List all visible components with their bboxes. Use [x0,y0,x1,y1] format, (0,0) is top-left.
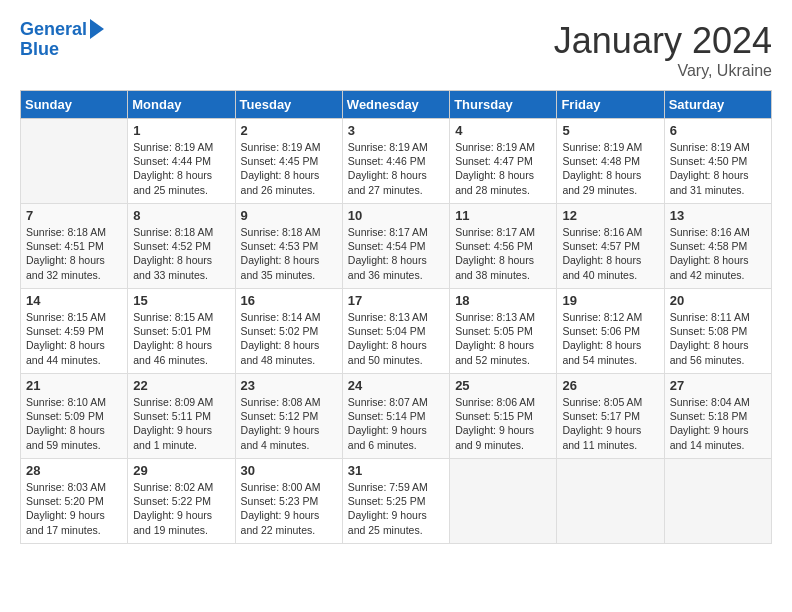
weekday-header: Saturday [664,91,771,119]
weekday-header: Friday [557,91,664,119]
day-number: 31 [348,463,444,478]
sunrise-label: Sunrise: 8:08 AM [241,396,321,408]
daylight-label: Daylight: 9 hours and 11 minutes. [562,424,641,450]
day-info: Sunrise: 8:13 AM Sunset: 5:04 PM Dayligh… [348,310,444,367]
sunrise-label: Sunrise: 8:19 AM [670,141,750,153]
sunset-label: Sunset: 4:59 PM [26,325,104,337]
daylight-label: Daylight: 9 hours and 22 minutes. [241,509,320,535]
logo-text: General [20,20,87,40]
day-info: Sunrise: 8:13 AM Sunset: 5:05 PM Dayligh… [455,310,551,367]
sunrise-label: Sunrise: 8:16 AM [562,226,642,238]
location: Vary, Ukraine [554,62,772,80]
sunset-label: Sunset: 5:20 PM [26,495,104,507]
sunset-label: Sunset: 5:01 PM [133,325,211,337]
calendar-table: SundayMondayTuesdayWednesdayThursdayFrid… [20,90,772,544]
calendar-week-row: 21 Sunrise: 8:10 AM Sunset: 5:09 PM Dayl… [21,374,772,459]
sunrise-label: Sunrise: 8:19 AM [241,141,321,153]
daylight-label: Daylight: 8 hours and 56 minutes. [670,339,749,365]
daylight-label: Daylight: 9 hours and 4 minutes. [241,424,320,450]
day-info: Sunrise: 8:10 AM Sunset: 5:09 PM Dayligh… [26,395,122,452]
day-info: Sunrise: 8:18 AM Sunset: 4:53 PM Dayligh… [241,225,337,282]
sunrise-label: Sunrise: 8:17 AM [348,226,428,238]
calendar-cell: 19 Sunrise: 8:12 AM Sunset: 5:06 PM Dayl… [557,289,664,374]
day-number: 10 [348,208,444,223]
daylight-label: Daylight: 8 hours and 36 minutes. [348,254,427,280]
calendar-cell: 3 Sunrise: 8:19 AM Sunset: 4:46 PM Dayli… [342,119,449,204]
calendar-cell: 25 Sunrise: 8:06 AM Sunset: 5:15 PM Dayl… [450,374,557,459]
sunrise-label: Sunrise: 8:18 AM [26,226,106,238]
day-info: Sunrise: 8:17 AM Sunset: 4:54 PM Dayligh… [348,225,444,282]
day-info: Sunrise: 8:15 AM Sunset: 5:01 PM Dayligh… [133,310,229,367]
day-number: 4 [455,123,551,138]
calendar-cell: 10 Sunrise: 8:17 AM Sunset: 4:54 PM Dayl… [342,204,449,289]
sunset-label: Sunset: 4:50 PM [670,155,748,167]
sunset-label: Sunset: 4:44 PM [133,155,211,167]
daylight-label: Daylight: 9 hours and 25 minutes. [348,509,427,535]
day-info: Sunrise: 8:04 AM Sunset: 5:18 PM Dayligh… [670,395,766,452]
daylight-label: Daylight: 9 hours and 1 minute. [133,424,212,450]
calendar-week-row: 7 Sunrise: 8:18 AM Sunset: 4:51 PM Dayli… [21,204,772,289]
daylight-label: Daylight: 8 hours and 35 minutes. [241,254,320,280]
sunset-label: Sunset: 5:22 PM [133,495,211,507]
daylight-label: Daylight: 9 hours and 19 minutes. [133,509,212,535]
sunrise-label: Sunrise: 8:04 AM [670,396,750,408]
sunset-label: Sunset: 4:48 PM [562,155,640,167]
sunset-label: Sunset: 4:58 PM [670,240,748,252]
sunset-label: Sunset: 4:54 PM [348,240,426,252]
daylight-label: Daylight: 8 hours and 38 minutes. [455,254,534,280]
sunrise-label: Sunrise: 8:03 AM [26,481,106,493]
daylight-label: Daylight: 8 hours and 26 minutes. [241,169,320,195]
sunset-label: Sunset: 5:09 PM [26,410,104,422]
day-number: 17 [348,293,444,308]
sunrise-label: Sunrise: 8:11 AM [670,311,750,323]
day-info: Sunrise: 8:09 AM Sunset: 5:11 PM Dayligh… [133,395,229,452]
sunrise-label: Sunrise: 8:05 AM [562,396,642,408]
sunrise-label: Sunrise: 8:16 AM [670,226,750,238]
day-info: Sunrise: 8:05 AM Sunset: 5:17 PM Dayligh… [562,395,658,452]
calendar-cell: 21 Sunrise: 8:10 AM Sunset: 5:09 PM Dayl… [21,374,128,459]
weekday-header: Thursday [450,91,557,119]
month-title: January 2024 [554,20,772,62]
weekday-header: Sunday [21,91,128,119]
day-number: 5 [562,123,658,138]
daylight-label: Daylight: 9 hours and 9 minutes. [455,424,534,450]
day-number: 1 [133,123,229,138]
day-info: Sunrise: 8:12 AM Sunset: 5:06 PM Dayligh… [562,310,658,367]
calendar-cell: 24 Sunrise: 8:07 AM Sunset: 5:14 PM Dayl… [342,374,449,459]
day-info: Sunrise: 8:19 AM Sunset: 4:48 PM Dayligh… [562,140,658,197]
day-info: Sunrise: 8:18 AM Sunset: 4:52 PM Dayligh… [133,225,229,282]
day-number: 23 [241,378,337,393]
day-number: 18 [455,293,551,308]
day-number: 25 [455,378,551,393]
daylight-label: Daylight: 8 hours and 50 minutes. [348,339,427,365]
calendar-cell: 15 Sunrise: 8:15 AM Sunset: 5:01 PM Dayl… [128,289,235,374]
day-number: 21 [26,378,122,393]
calendar-cell: 9 Sunrise: 8:18 AM Sunset: 4:53 PM Dayli… [235,204,342,289]
day-info: Sunrise: 8:16 AM Sunset: 4:58 PM Dayligh… [670,225,766,282]
calendar-week-row: 14 Sunrise: 8:15 AM Sunset: 4:59 PM Dayl… [21,289,772,374]
sunset-label: Sunset: 5:23 PM [241,495,319,507]
day-number: 26 [562,378,658,393]
calendar-week-row: 1 Sunrise: 8:19 AM Sunset: 4:44 PM Dayli… [21,119,772,204]
calendar-cell: 17 Sunrise: 8:13 AM Sunset: 5:04 PM Dayl… [342,289,449,374]
sunrise-label: Sunrise: 8:10 AM [26,396,106,408]
sunrise-label: Sunrise: 8:19 AM [133,141,213,153]
day-info: Sunrise: 7:59 AM Sunset: 5:25 PM Dayligh… [348,480,444,537]
sunrise-label: Sunrise: 8:18 AM [133,226,213,238]
daylight-label: Daylight: 8 hours and 32 minutes. [26,254,105,280]
day-number: 6 [670,123,766,138]
sunset-label: Sunset: 5:14 PM [348,410,426,422]
title-section: January 2024 Vary, Ukraine [554,20,772,80]
calendar-cell: 18 Sunrise: 8:13 AM Sunset: 5:05 PM Dayl… [450,289,557,374]
day-number: 29 [133,463,229,478]
day-number: 20 [670,293,766,308]
day-info: Sunrise: 8:07 AM Sunset: 5:14 PM Dayligh… [348,395,444,452]
sunset-label: Sunset: 4:46 PM [348,155,426,167]
day-info: Sunrise: 8:19 AM Sunset: 4:45 PM Dayligh… [241,140,337,197]
calendar-cell: 22 Sunrise: 8:09 AM Sunset: 5:11 PM Dayl… [128,374,235,459]
day-number: 3 [348,123,444,138]
daylight-label: Daylight: 8 hours and 54 minutes. [562,339,641,365]
calendar-cell: 13 Sunrise: 8:16 AM Sunset: 4:58 PM Dayl… [664,204,771,289]
calendar-cell [450,459,557,544]
day-info: Sunrise: 8:18 AM Sunset: 4:51 PM Dayligh… [26,225,122,282]
